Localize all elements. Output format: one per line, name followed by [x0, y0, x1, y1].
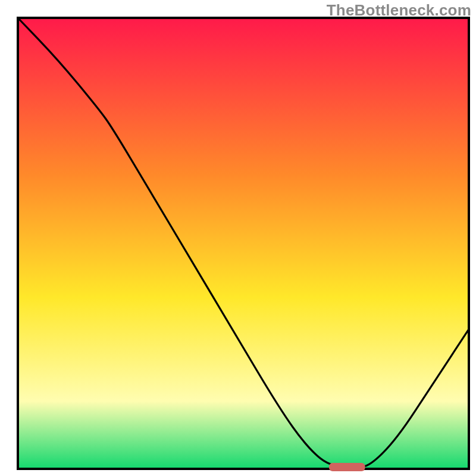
plot-background: [18, 18, 469, 469]
bottleneck-chart: [0, 0, 476, 476]
watermark-text: TheBottleneck.com: [327, 1, 471, 20]
optimum-marker: [329, 463, 365, 471]
chart-frame: TheBottleneck.com: [0, 0, 476, 476]
